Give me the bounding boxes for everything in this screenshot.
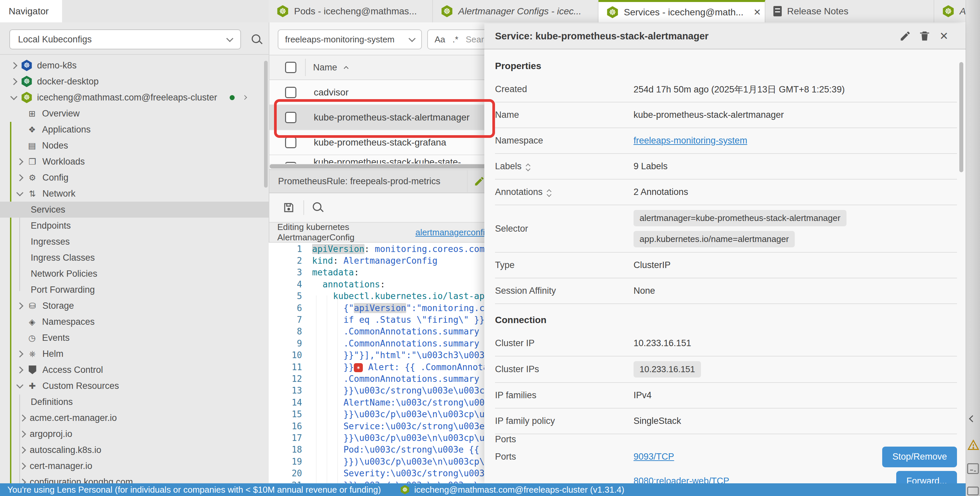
tree-item-config[interactable]: ⚙Config <box>0 170 269 186</box>
tree-item-autoscaling-k8s-io[interactable]: autoscaling.k8s.io <box>0 442 269 458</box>
tree-item-storage[interactable]: ⛁Storage <box>0 298 269 314</box>
row-label: Ports <box>495 451 633 462</box>
row-checkbox[interactable] <box>285 137 296 148</box>
tab-0[interactable]: ☸Pods - icecheng@mathmas... <box>269 0 433 22</box>
alarm-emoji: ✶ <box>354 363 363 372</box>
tree-item-acme-cert-manager-io[interactable]: acme.cert-manager.io <box>0 410 269 426</box>
tree-item-label: Helm <box>42 349 64 359</box>
tree-item-custom-resources[interactable]: ✚Custom Resources <box>0 378 269 394</box>
line-number: 20 <box>269 468 302 478</box>
tree-item-demo-k8s[interactable]: ☸demo-k8s <box>0 57 269 73</box>
shield-icon <box>27 366 38 374</box>
tree-item-argoproj-io[interactable]: argoproj.io <box>0 426 269 442</box>
chevron-right-icon <box>19 414 26 421</box>
tab-3[interactable]: Release Notes <box>765 0 934 22</box>
save-icon[interactable] <box>283 202 295 214</box>
close-icon[interactable]: ✕ <box>753 7 761 18</box>
cluster-info[interactable]: icecheng@mathmast.com@freeleaps-cluster … <box>414 485 624 495</box>
tree-item-workloads[interactable]: ❒Workloads <box>0 154 269 170</box>
forward-button[interactable]: Forward... <box>896 471 957 484</box>
events-icon: ◷ <box>27 333 37 343</box>
code-text: apiVersion: monitoring.coreos.com/v1 <box>312 244 500 254</box>
stop-remove-button[interactable]: Stop/Remove <box>882 447 957 467</box>
status-bar: You're using Lens Personal (for individu… <box>0 483 966 496</box>
select-all-checkbox[interactable] <box>285 62 296 73</box>
tree-item-namespaces[interactable]: ◈Namespaces <box>0 314 269 330</box>
tree-item-label: Endpoints <box>31 221 71 231</box>
tree-item-overview[interactable]: ⊞Overview <box>0 105 269 121</box>
tree-item-port-forwarding[interactable]: Port Forwarding <box>0 282 269 298</box>
tree-item-label: configuration.konghq.com <box>30 477 133 484</box>
pencil-icon[interactable] <box>474 176 485 187</box>
drawer-row: Cluster IP10.233.16.151 <box>495 331 957 356</box>
row-value: 9 Labels <box>633 161 957 172</box>
tree-item-endpoints[interactable]: Endpoints <box>0 218 269 234</box>
namespace-selector[interactable]: freeleaps-monitoring-system <box>278 29 422 49</box>
tree-item-services[interactable]: Services <box>0 202 269 218</box>
tab-label: Alertmanager Configs - icec... <box>458 6 581 17</box>
port-link[interactable]: 8080:reloader-web/TCP <box>633 476 729 483</box>
drawer-scrollbar[interactable] <box>959 62 963 172</box>
row-label: Name <box>495 110 633 120</box>
close-icon[interactable]: ✕ <box>934 30 954 42</box>
tree-item-label: Storage <box>42 301 74 311</box>
tree-item-ingress-classes[interactable]: Ingress Classes <box>0 250 269 266</box>
tree-item-label: Overview <box>42 108 80 119</box>
trash-icon[interactable] <box>915 30 934 42</box>
overview-icon: ⊞ <box>27 109 37 119</box>
row-checkbox[interactable] <box>285 162 296 164</box>
table-row[interactable]: kube-prometheus-stack-kube-state-metrics <box>269 155 490 164</box>
tree-item-network-policies[interactable]: Network Policies <box>0 266 269 282</box>
tree-item-ingresses[interactable]: Ingresses <box>0 234 269 250</box>
port-row: 8080:reloader-web/TCPForward... <box>495 469 957 483</box>
terminal-icon[interactable] <box>967 486 979 496</box>
editor-toolbar <box>269 193 490 222</box>
sidebar-scrollbar[interactable] <box>264 61 268 188</box>
warning-icon[interactable] <box>967 439 979 451</box>
drawer-row: Namekube-prometheus-stack-alertmanager <box>495 102 957 128</box>
pencil-icon[interactable] <box>896 30 915 42</box>
breadcrumb-link[interactable]: alertmanagerconfig <box>415 227 490 238</box>
chevron-right-icon[interactable] <box>242 95 247 100</box>
kubernetes-icon: ☸ <box>277 5 289 17</box>
regex-icon[interactable]: .* <box>453 34 458 45</box>
drawer-row: Selectoralertmanager=kube-prometheus-sta… <box>495 205 957 253</box>
tree-item-configuration-konghq-com[interactable]: configuration.konghq.com <box>0 474 269 483</box>
expand-toggle-icon[interactable] <box>527 162 530 170</box>
row-value: 10.233.16.151 <box>633 338 957 348</box>
tab-1[interactable]: ☸Alertmanager Configs - icec... <box>433 0 598 22</box>
tree-item-helm[interactable]: ⎈Helm <box>0 346 269 362</box>
drawer-row: IP family policySingleStack <box>495 409 957 434</box>
expand-toggle-icon[interactable] <box>547 188 551 196</box>
tree-item-definitions[interactable]: Definitions <box>0 394 269 410</box>
navigator-panel-tab[interactable]: Navigator <box>0 0 62 22</box>
tab-label: Pods - icecheng@mathmas... <box>294 6 417 17</box>
tree-item-applications[interactable]: ❖Applications <box>0 121 269 138</box>
tree-item-label: Port Forwarding <box>31 285 95 295</box>
namespace-link[interactable]: freeleaps-monitoring-system <box>633 135 747 146</box>
tree-item-access-control[interactable]: Access Control <box>0 362 269 378</box>
prometheusrule-panel-header: PrometheusRule: freepeals-prod-metrics <box>269 170 490 193</box>
line-number: 4 <box>269 279 302 289</box>
search-icon[interactable] <box>252 34 260 45</box>
terminal-icon[interactable] <box>967 463 979 475</box>
sort-asc-icon[interactable] <box>344 66 348 71</box>
match-case-icon[interactable]: Aa <box>434 34 445 45</box>
name-column-header[interactable]: Name <box>313 62 337 73</box>
tab-2[interactable]: ☸Services - icecheng@math...✕ <box>598 0 765 22</box>
horizontal-scrollbar[interactable] <box>270 164 490 169</box>
chevron-left-icon[interactable] <box>970 413 975 424</box>
tree-item-events[interactable]: ◷Events <box>0 330 269 346</box>
namespace-selector-value: freeleaps-monitoring-system <box>285 34 395 45</box>
workloads-icon: ❒ <box>27 157 38 167</box>
tree-item-docker-desktop[interactable]: ☸docker-desktop <box>0 73 269 89</box>
tree-item-network[interactable]: ⇅Network <box>0 186 269 202</box>
port-link[interactable]: 9093/TCP <box>633 451 674 462</box>
tree-item-icecheng-mathmast-com-freeleaps-cluster[interactable]: ☸icecheng@mathmast.com@freeleaps-cluster <box>0 89 269 105</box>
tree-item-cert-manager-io[interactable]: cert-manager.io <box>0 458 269 474</box>
search-icon[interactable] <box>313 202 321 213</box>
kubeconfig-selector[interactable]: Local Kubeconfigs <box>10 29 241 49</box>
row-checkbox[interactable] <box>285 87 296 98</box>
tree-item-nodes[interactable]: ▤Nodes <box>0 138 269 154</box>
prometheusrule-title: PrometheusRule: freepeals-prod-metrics <box>278 176 440 187</box>
